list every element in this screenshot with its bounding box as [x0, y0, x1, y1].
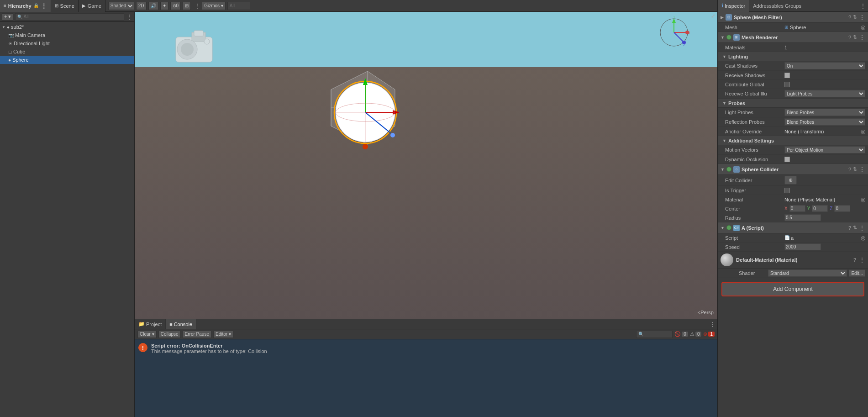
inspector-tab[interactable]: ℹ Inspector: [718, 0, 749, 12]
hierarchy-item-main-camera[interactable]: 📷 Main Camera: [0, 31, 134, 39]
script-a-settings[interactable]: ⇅: [853, 225, 857, 231]
console-tab[interactable]: ≡ Console: [166, 319, 196, 329]
material-more[interactable]: ⋮: [859, 256, 865, 264]
shader-edit-button[interactable]: Edit...: [849, 269, 865, 277]
layers-button[interactable]: ⊙0: [170, 2, 181, 10]
material-help[interactable]: ?: [853, 257, 856, 263]
scene-icon: ⊞: [55, 3, 58, 8]
scene-settings-icon[interactable]: ⋮: [195, 3, 200, 9]
mesh-filter-settings[interactable]: ⇅: [853, 14, 857, 20]
reflection-probes-row: Reflection Probes Blend Probes: [718, 117, 868, 127]
mesh-renderer-more[interactable]: ⋮: [859, 34, 865, 41]
hierarchy-panel-tab[interactable]: ≡ Hierarchy 🔒 ⋮: [0, 0, 51, 12]
contribute-global-checkbox[interactable]: [784, 82, 790, 87]
project-tab[interactable]: 📁 Project: [135, 319, 166, 329]
mesh-renderer-settings[interactable]: ⇅: [853, 34, 857, 40]
anchor-target-icon[interactable]: ◎: [861, 128, 865, 135]
audio-button[interactable]: 🔊: [148, 2, 158, 10]
gizmo-compass[interactable]: Y X Z: [658, 16, 690, 49]
console-content: ! Script error: OnCollisionEnter This me…: [135, 339, 717, 417]
script-target-icon[interactable]: ◎: [861, 235, 865, 241]
shading-select[interactable]: Shaded: [108, 2, 134, 10]
sphere-collider-settings[interactable]: ⇅: [853, 166, 857, 172]
light-probes-select[interactable]: Blend Probes: [784, 109, 865, 116]
2d-button[interactable]: 2D: [136, 2, 147, 10]
add-component-button[interactable]: Add Component: [721, 282, 864, 296]
is-trigger-checkbox[interactable]: [784, 188, 790, 193]
speed-input[interactable]: [784, 243, 821, 250]
mesh-renderer-header[interactable]: ▼ ⊞ Mesh Renderer ? ⇅ ⋮: [718, 32, 868, 43]
probes-section-header[interactable]: ▼ Probes: [718, 99, 868, 108]
collider-material-target[interactable]: ◎: [861, 196, 865, 203]
mesh-renderer-help[interactable]: ?: [848, 35, 851, 40]
sphere-collider-enabled[interactable]: [726, 167, 731, 172]
mesh-target-icon[interactable]: ◎: [861, 24, 865, 31]
center-z-input[interactable]: [834, 205, 850, 212]
mesh-renderer-enabled[interactable]: [726, 35, 731, 40]
additional-settings-header[interactable]: ▼ Additional Settings: [718, 136, 868, 145]
hierarchy-menu-button[interactable]: ⋮: [126, 13, 132, 21]
receive-shadows-checkbox[interactable]: [784, 73, 790, 78]
lighting-section-header[interactable]: ▼ Lighting: [718, 52, 868, 61]
inspector-more-button[interactable]: ⋮: [860, 2, 866, 10]
sphere-collider-header[interactable]: ▼ ○ Sphere Collider ? ⇅ ⋮: [718, 164, 868, 175]
clear-button[interactable]: Clear ▾: [137, 331, 157, 338]
dynamic-occlusion-checkbox[interactable]: [784, 157, 790, 162]
hierarchy-item-sphere[interactable]: ● Sphere: [0, 56, 134, 64]
addressables-tab[interactable]: Addressables Groups: [749, 0, 805, 12]
editor-button[interactable]: Editor ▾: [213, 331, 233, 338]
warning-count-badge[interactable]: ⚠ 0: [690, 331, 702, 337]
center-y-input[interactable]: [812, 205, 828, 212]
maximize-button[interactable]: ⤢: [711, 13, 715, 19]
collapse-button[interactable]: Collapse: [158, 331, 181, 338]
sphere-collider-component: ▼ ○ Sphere Collider ? ⇅ ⋮ Edit Collider …: [718, 164, 868, 222]
hierarchy-add-button[interactable]: + ▾: [2, 13, 13, 21]
mesh-filter-help[interactable]: ?: [848, 15, 851, 20]
bottom-panel-more[interactable]: ⋮: [709, 321, 715, 328]
motion-vectors-select[interactable]: Per Object Motion: [784, 146, 865, 153]
script-a-more[interactable]: ⋮: [859, 224, 865, 232]
hierarchy-search-input[interactable]: [23, 14, 122, 19]
shader-select[interactable]: Standard: [768, 269, 847, 277]
camera-icon: 📷: [8, 33, 14, 38]
mesh-filter-header[interactable]: ▶ ⊞ Sphere (Mesh Filter) ? ⇅ ⋮: [718, 12, 868, 23]
edit-collider-button[interactable]: ⊕: [784, 176, 797, 185]
dots-icon[interactable]: ⋮: [41, 2, 47, 10]
scene-view[interactable]: Y X Z <Persp ⤢: [135, 12, 717, 319]
console-search-input[interactable]: [636, 331, 673, 338]
dynamic-occlusion-row: Dynamic Occlusion: [718, 155, 868, 164]
reflection-probes-select[interactable]: Blend Probes: [784, 118, 865, 126]
cast-shadows-select[interactable]: OnOffTwo SidedShadows Only: [784, 62, 865, 69]
message-count-badge[interactable]: ⊛ 1: [703, 331, 715, 337]
addressables-tab-label: Addressables Groups: [753, 3, 801, 9]
mesh-filter-more[interactable]: ⋮: [859, 14, 865, 21]
scene-search-input[interactable]: [227, 2, 250, 10]
center-x-input[interactable]: [789, 205, 805, 212]
scene-panel-tab[interactable]: ⊞ Scene: [51, 0, 79, 12]
hierarchy-item-cube[interactable]: ◻ Cube: [0, 48, 134, 56]
fx-button[interactable]: ✦: [160, 2, 168, 10]
receive-global-select[interactable]: Light Probes: [784, 90, 865, 97]
bottom-panel: 📁 Project ≡ Console ⋮ Clear ▾: [135, 319, 717, 417]
gizmos-button[interactable]: Gizmos ▾: [202, 2, 226, 10]
hierarchy-item-label: sub2*: [11, 24, 24, 30]
svg-point-18: [363, 144, 368, 149]
hierarchy-item-label: Cube: [13, 49, 25, 54]
grid-button[interactable]: ⊞: [183, 2, 191, 10]
sphere-collider-help[interactable]: ?: [848, 167, 851, 172]
shader-label: Shader: [739, 270, 766, 276]
radius-input[interactable]: [784, 214, 821, 221]
hierarchy-item-directional-light[interactable]: ☀ Directional Light: [0, 39, 134, 48]
lighting-label: Lighting: [728, 54, 748, 59]
sphere-collider-more[interactable]: ⋮: [859, 166, 865, 173]
script-a-help[interactable]: ?: [848, 225, 851, 231]
hierarchy-panel: + ▾ 🔍 ⋮ ▼ ● sub2* 📷 Main Camera: [0, 12, 135, 417]
error-count-badge[interactable]: 🚫 0: [674, 331, 688, 337]
error-pause-button[interactable]: Error Pause: [183, 331, 211, 338]
script-a-enabled[interactable]: [726, 225, 731, 230]
script-a-header[interactable]: ▼ C# A (Script) ? ⇅ ⋮: [718, 222, 868, 233]
error-row[interactable]: ! Script error: OnCollisionEnter This me…: [137, 341, 715, 356]
material-section: Default-Material (Material) ? ⋮: [718, 252, 868, 269]
game-panel-tab[interactable]: ▶ Game: [79, 0, 105, 12]
hierarchy-item-sub2[interactable]: ▼ ● sub2*: [0, 23, 134, 31]
